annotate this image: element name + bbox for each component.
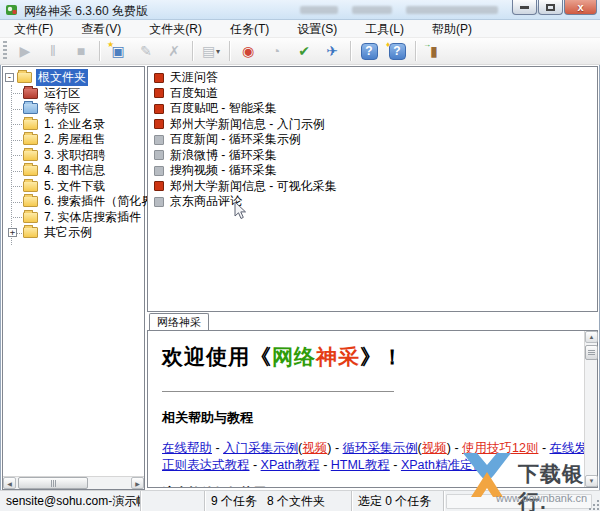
delete-icon: ✗: [168, 43, 180, 59]
link-publish-tutorial[interactable]: 在线发布教程: [550, 441, 584, 455]
stop-all-button[interactable]: ◉: [235, 40, 261, 63]
exit-button[interactable]: ▮→: [421, 40, 447, 63]
task-baidu-news[interactable]: 百度新闻 - 循环采集示例: [148, 132, 597, 148]
collapse-minus-icon[interactable]: -: [5, 73, 14, 82]
folder-icon-yellow: [23, 227, 38, 238]
redacted-title-text: [300, 6, 338, 14]
folder-icon-yellow: [23, 165, 38, 176]
tree-root-folder[interactable]: -根文件夹: [5, 70, 144, 86]
welcome-heading-part: 网络: [272, 345, 316, 368]
task-baidu-zhidao[interactable]: 百度知道: [148, 86, 597, 102]
new-task-button[interactable]: ▣★: [105, 40, 131, 63]
doc-vertical-scrollbar[interactable]: ▲ ▼: [584, 331, 597, 487]
scroll-left-icon[interactable]: ◀: [3, 477, 16, 489]
welcome-heading-part: 》！: [360, 345, 404, 368]
scroll-up-icon[interactable]: ▲: [585, 331, 598, 343]
tree-folder-books[interactable]: 4. 图书信息: [5, 163, 144, 179]
save-button[interactable]: ▤▾: [198, 40, 224, 63]
menu-folder[interactable]: 文件夹(R): [135, 20, 216, 38]
scroll-right-icon[interactable]: ▶: [131, 477, 144, 489]
pause-button[interactable]: ‖: [40, 40, 66, 63]
welcome-panel: 欢迎使用《网络神采》！ 相关帮助与教程 在线帮助 - 入门采集示例(视频) - …: [147, 330, 598, 488]
check-lock-icon: ✔: [298, 43, 310, 59]
question-tools-icon-overlay: ♦: [386, 40, 390, 49]
hscroll-thumb[interactable]: [18, 477, 88, 489]
task-zzu-news-intro[interactable]: 郑州大学新闻信息 - 入门示例: [148, 117, 597, 133]
browser-button[interactable]: ✈: [319, 40, 345, 63]
task-sogou-video[interactable]: 搜狗视频 - 循环采集: [148, 163, 597, 179]
tree-folder-file-download-label: 5. 文件下载: [42, 178, 107, 195]
verify-button[interactable]: ✔: [291, 40, 317, 63]
help-button[interactable]: ?: [356, 40, 382, 63]
tree-folder-housing[interactable]: 2. 房屋租售: [5, 132, 144, 148]
resize-grip[interactable]: [587, 498, 599, 510]
help-links: 在线帮助 - 入门采集示例(视频) - 循环采集示例(视频) - 使用技巧12则…: [162, 440, 584, 474]
task-zzu-news-visual[interactable]: 郑州大学新闻信息 - 可视化采集: [148, 179, 597, 195]
link-regex-tutorial[interactable]: 正则表达式教程: [162, 458, 250, 472]
tree-folder-waiting[interactable]: 等待区: [5, 101, 144, 117]
task-baidu-news-label: 百度新闻 - 循环采集示例: [170, 131, 301, 148]
link-loop-example[interactable]: 循环采集示例: [343, 441, 418, 455]
close-button[interactable]: x: [564, 0, 597, 15]
help-links-line: 在线帮助 - 入门采集示例(视频) - 循环采集示例(视频) - 使用技巧12则…: [162, 440, 584, 457]
link-online-help[interactable]: 在线帮助: [162, 441, 212, 455]
monitor-button[interactable]: ◔: [263, 40, 289, 63]
link-intro-video[interactable]: 视频: [302, 441, 327, 455]
menu-settings[interactable]: 设置(S): [283, 20, 351, 38]
play-icon: ▶: [20, 43, 31, 59]
task-baidu-tieba[interactable]: 百度贴吧 - 智能采集: [148, 101, 597, 117]
edit-task-button[interactable]: ✎: [133, 40, 159, 63]
task-status-icon-gray: [154, 135, 164, 145]
tree-folder-company-list[interactable]: 1. 企业名录: [5, 117, 144, 133]
task-tianya-qa[interactable]: 天涯问答: [148, 70, 597, 86]
task-status-icon-red: [154, 104, 164, 114]
vscroll-thumb[interactable]: [585, 345, 598, 360]
minimize-button[interactable]: [512, 0, 537, 15]
scroll-down-icon[interactable]: ▼: [585, 475, 598, 487]
tree-folder-search-plugin[interactable]: 6. 搜索插件（简化界面）: [5, 194, 144, 210]
support-button[interactable]: ?♦: [384, 40, 410, 63]
tree-horizontal-scrollbar[interactable]: ◀ ▶: [3, 476, 144, 489]
tree-folder-file-download[interactable]: 5. 文件下载: [5, 179, 144, 195]
tree-folder-jobs[interactable]: 3. 求职招聘: [5, 148, 144, 164]
tab-netcollector[interactable]: 网络神采: [149, 313, 209, 330]
toolbar-separator: [229, 41, 230, 61]
task-sina-weibo[interactable]: 新浪微博 - 循环采集: [148, 148, 597, 164]
task-status-icon-red: [154, 181, 164, 191]
toolbar-separator: [99, 41, 100, 61]
task-jd-reviews[interactable]: 京东商品评论: [148, 194, 597, 210]
link-html-tutorial[interactable]: HTML教程: [331, 458, 390, 472]
tree-folder-running[interactable]: 运行区: [5, 86, 144, 102]
menu-view[interactable]: 查看(V): [67, 20, 135, 38]
stop-button[interactable]: ■: [68, 40, 94, 63]
run-button[interactable]: ▶: [12, 40, 38, 63]
tree-folder-other-examples[interactable]: +其它示例: [5, 225, 144, 241]
menu-tools[interactable]: 工具(L): [351, 20, 418, 38]
menu-file[interactable]: 文件(F): [0, 20, 67, 38]
help-section-heading: 相关帮助与教程: [162, 409, 584, 427]
link-loop-video[interactable]: 视频: [422, 441, 447, 455]
menu-task[interactable]: 任务(T): [216, 20, 283, 38]
title-bar: 网络神采 6.3.60 免费版 x: [0, 0, 600, 20]
task-status-icon-gray: [154, 166, 164, 176]
help-links-line: 正则表达式教程 - XPath教程 - HTML教程 - XPath精准定位: [162, 457, 584, 474]
tree-folder-store-plugin[interactable]: 7. 实体店搜索插件: [5, 210, 144, 226]
edit-icon: ✎: [140, 43, 152, 59]
toolbar-grip-handle[interactable]: [3, 41, 7, 61]
maximize-button[interactable]: [538, 0, 563, 15]
link-intro-example[interactable]: 入门采集示例: [223, 441, 298, 455]
expand-plus-icon[interactable]: +: [8, 228, 17, 237]
folder-icon-yellow: [17, 72, 32, 83]
link-tips-12[interactable]: 使用技巧12则: [462, 441, 538, 455]
dropdown-caret-icon: ▾: [216, 47, 220, 56]
toolbar: ▶‖■▣★✎✗▤▾◉◔✔✈??♦▮→: [0, 38, 600, 65]
link-xpath-locator[interactable]: XPath精准定位: [401, 458, 485, 472]
link-xpath-tutorial[interactable]: XPath教程: [261, 458, 320, 472]
toolbar-separator: [415, 41, 416, 61]
task-baidu-zhidao-label: 百度知道: [170, 85, 218, 102]
delete-button[interactable]: ✗: [161, 40, 187, 63]
folder-icon-yellow: [23, 196, 38, 207]
redacted-title-text: [352, 6, 392, 14]
menu-help[interactable]: 帮助(P): [418, 20, 486, 38]
tree-root-folder-label: 根文件夹: [36, 69, 88, 86]
